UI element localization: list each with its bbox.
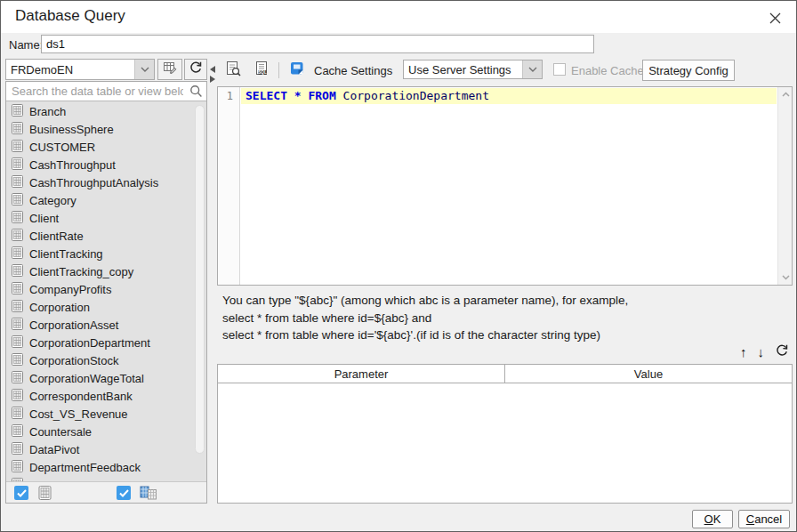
- table-name-label: Client: [29, 212, 59, 225]
- sql-code-line: SELECT * FROM CorporationDepartment: [246, 89, 489, 102]
- table-name-label: CorporationStock: [29, 354, 118, 367]
- sql-editor[interactable]: 1 SELECT * FROM CorporationDepartment: [217, 86, 793, 286]
- table-list-item[interactable]: DataPivot: [6, 440, 206, 458]
- table-file-icon: [12, 460, 23, 475]
- cache-settings-button[interactable]: [286, 60, 309, 81]
- table-list-item[interactable]: BusinessSphere: [6, 120, 206, 138]
- table-file-icon: [12, 424, 23, 439]
- connection-select[interactable]: FRDemoEN: [5, 59, 155, 80]
- table-name-label: Corporation: [29, 301, 90, 314]
- refresh-icon: [189, 60, 203, 78]
- format-sql-icon: SQL: [254, 60, 270, 81]
- search-row: [6, 82, 206, 101]
- cancel-button[interactable]: Cancel: [738, 510, 790, 528]
- table-name-label: CUSTOMER: [29, 141, 95, 154]
- cancel-button-label: Cancel: [746, 512, 782, 526]
- table-list-item[interactable]: ClientRate: [6, 227, 206, 245]
- table-name-label: ClientRate: [29, 230, 84, 243]
- database-query-dialog: Database Query Name: FRDemoEN: [0, 0, 797, 532]
- filter-row: [6, 481, 206, 503]
- parameter-table-header: Parameter Value: [218, 365, 792, 383]
- preview-sql-button[interactable]: [221, 60, 245, 81]
- table-name-label: CashThroughputAnalysis: [29, 176, 158, 189]
- table-file-icon: [12, 282, 23, 297]
- close-icon[interactable]: [766, 9, 784, 27]
- table-file-icon: [12, 353, 23, 368]
- parameter-order-controls: ↑ ↓: [721, 343, 789, 361]
- line-number: 1: [227, 90, 233, 102]
- table-file-icon: [12, 371, 23, 386]
- table-list-item[interactable]: Client: [6, 209, 206, 227]
- table-list-item[interactable]: Branch: [6, 102, 206, 120]
- table-list-item[interactable]: Category: [6, 191, 206, 209]
- move-up-icon[interactable]: ↑: [740, 344, 747, 360]
- panel-splitter[interactable]: [208, 58, 217, 504]
- splitter-collapse-right-icon[interactable]: [210, 70, 215, 86]
- show-tables-checkbox[interactable]: [14, 486, 28, 500]
- scroll-up-icon[interactable]: [778, 87, 793, 101]
- connection-select-value: FRDemoEN: [6, 63, 134, 77]
- table-name-label: CorporationDepartment: [29, 336, 150, 350]
- table-name-label: CorporationWageTotal: [29, 372, 144, 385]
- enable-cache-label: Enable Cache: [571, 64, 644, 77]
- name-label: Name:: [9, 38, 43, 52]
- table-list-item[interactable]: ClientTracking_copy: [6, 262, 206, 280]
- table-name-label: ClientTracking: [29, 247, 103, 261]
- table-file-icon: [12, 442, 23, 457]
- parameter-table-body[interactable]: [218, 384, 792, 503]
- chevron-down-icon: [134, 60, 154, 79]
- table-list-item[interactable]: CorporationDepartment: [6, 334, 206, 351]
- strategy-config-button[interactable]: Strategy Config: [642, 60, 735, 81]
- table-list-item[interactable]: DepartmentFeedback: [6, 458, 206, 476]
- table-list-item[interactable]: CashThroughput: [6, 156, 206, 173]
- table-list-scrollbar[interactable]: [195, 105, 205, 454]
- table-list-item[interactable]: CorporationStock: [6, 351, 206, 369]
- table-name-label: DataPivot: [29, 443, 79, 456]
- table-list-item[interactable]: CompanyProfits: [6, 280, 206, 298]
- data-table-panel: Branch BusinessSphere CUSTOMER: [5, 81, 207, 504]
- table-list-item[interactable]: Corporation: [6, 298, 206, 316]
- parameter-help-text: You can type "${abc}" (among which abc i…: [222, 292, 765, 344]
- table-file-icon: [12, 157, 23, 173]
- table-name-label: CashThroughput: [29, 158, 116, 172]
- parameter-table: Parameter Value: [217, 364, 793, 504]
- table-list-item[interactable]: CorporationAsset: [6, 316, 206, 334]
- table-list-item[interactable]: Cost_VS_Revenue: [6, 405, 206, 423]
- search-input[interactable]: [6, 82, 206, 101]
- cache-mode-select[interactable]: Use Server Settings: [403, 60, 543, 79]
- table-list-item[interactable]: CorrespondentBank: [6, 387, 206, 405]
- name-input[interactable]: [41, 35, 594, 53]
- edit-connection-button[interactable]: [157, 59, 182, 80]
- table-list-item[interactable]: CorporationWageTotal: [6, 369, 206, 387]
- table-list-item[interactable]: Countersale: [6, 423, 206, 440]
- table-name-label: CompanyProfits: [29, 283, 111, 296]
- table-file-icon: [12, 318, 23, 333]
- editor-scrollbar[interactable]: [777, 87, 792, 285]
- table-list-item[interactable]: CashThroughputAnalysis: [6, 173, 206, 191]
- column-header-value[interactable]: Value: [505, 365, 792, 383]
- views-filter-icon: [140, 486, 157, 504]
- search-icon: [189, 85, 203, 101]
- refresh-params-icon[interactable]: [775, 343, 789, 361]
- show-views-checkbox[interactable]: [117, 486, 131, 500]
- sql-star: *: [294, 89, 302, 102]
- table-name-label: CorrespondentBank: [29, 390, 133, 403]
- table-file-icon: [12, 175, 23, 190]
- scroll-down-icon[interactable]: [778, 270, 793, 285]
- table-list-item[interactable]: ClientTracking: [6, 245, 206, 262]
- format-sql-button[interactable]: SQL: [250, 60, 273, 81]
- table-name-label: ClientTracking_copy: [29, 265, 133, 278]
- table-name-label: Branch: [29, 105, 66, 118]
- enable-cache-checkbox[interactable]: [553, 63, 566, 76]
- ok-button[interactable]: OK: [692, 510, 733, 528]
- table-list-item[interactable]: CUSTOMER: [6, 138, 206, 156]
- refresh-connection-button[interactable]: [184, 59, 207, 80]
- table-file-icon: [12, 246, 23, 262]
- strategy-config-label: Strategy Config: [648, 64, 729, 77]
- column-header-parameter[interactable]: Parameter: [218, 365, 505, 383]
- move-down-icon[interactable]: ↓: [758, 344, 765, 360]
- table-name-label: CorporationAsset: [29, 318, 118, 332]
- table-file-icon: [12, 264, 23, 279]
- table-file-icon: [12, 335, 23, 351]
- title-bar: Database Query: [1, 1, 796, 33]
